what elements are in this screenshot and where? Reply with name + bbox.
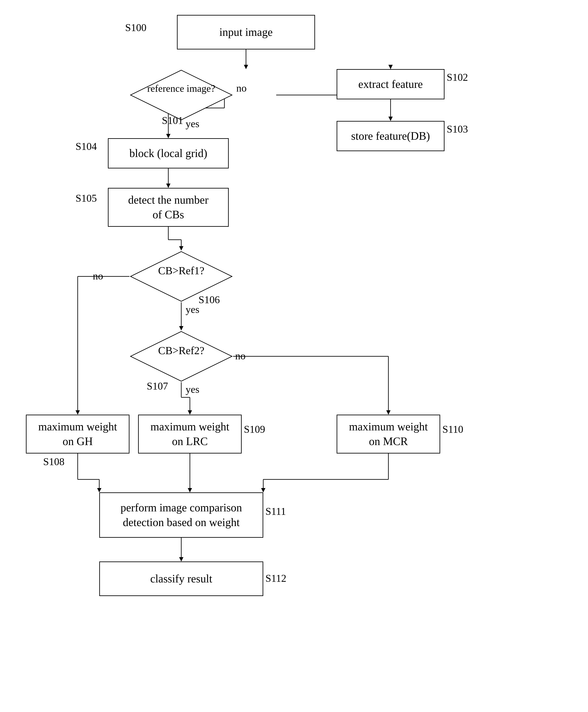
svg-marker-28 <box>386 410 391 415</box>
svg-marker-16 <box>179 246 184 250</box>
svg-marker-34 <box>188 488 192 492</box>
node-input-image: input image <box>177 15 315 49</box>
node-extract-feature: extract feature <box>337 69 444 99</box>
step-s107-label: S107 <box>147 380 168 392</box>
label-no-ref-image: no <box>236 82 247 94</box>
svg-marker-5 <box>166 134 170 138</box>
svg-marker-8 <box>388 65 393 69</box>
svg-marker-40 <box>179 557 184 562</box>
node-reference-image: reference image? <box>129 69 233 122</box>
svg-marker-10 <box>388 117 393 121</box>
label-yes-cb-ref1: yes <box>186 303 200 315</box>
svg-text:reference image?: reference image? <box>147 83 215 94</box>
node-detect-cbs: detect the number of CBs <box>108 188 229 227</box>
step-s110-label: S110 <box>442 423 463 435</box>
svg-marker-25 <box>188 410 192 415</box>
svg-marker-1 <box>244 65 248 69</box>
node-max-weight-lrc: maximum weight on LRC <box>138 415 242 453</box>
label-yes-ref-image: yes <box>186 118 200 129</box>
svg-text:CB>Ref1?: CB>Ref1? <box>158 265 204 277</box>
node-max-weight-mcr: maximum weight on MCR <box>337 415 440 453</box>
node-classify-result: classify result <box>99 562 263 596</box>
svg-text:CB>Ref2?: CB>Ref2? <box>158 344 204 357</box>
step-s105-label: S105 <box>76 192 97 204</box>
step-s111-label: S111 <box>266 505 286 517</box>
step-s101-label: S101 <box>162 115 183 126</box>
svg-marker-38 <box>261 488 266 492</box>
step-s106-label: S106 <box>198 294 220 306</box>
svg-marker-32 <box>97 488 101 492</box>
step-s102-label: S102 <box>447 71 468 83</box>
node-perform-comparison: perform image comparison detection based… <box>99 492 263 538</box>
label-yes-cb-ref2: yes <box>186 383 200 395</box>
node-max-weight-gh: maximum weight on GH <box>26 415 129 453</box>
arrows-svg <box>0 0 588 712</box>
step-s109-label: S109 <box>244 423 265 435</box>
node-block-local-grid: block (local grid) <box>108 138 229 168</box>
step-s108-label: S108 <box>43 456 64 468</box>
step-s112-label: S112 <box>266 572 286 584</box>
node-store-feature: store feature(DB) <box>337 121 444 151</box>
step-s100-label: S100 <box>125 22 147 34</box>
svg-marker-19 <box>76 410 80 415</box>
step-s104-label: S104 <box>76 140 97 152</box>
flowchart: S100 input image reference image? S101 y… <box>0 0 588 712</box>
label-no-cb-ref1: no <box>93 270 103 282</box>
svg-marker-12 <box>166 184 170 188</box>
node-cb-ref2: CB>Ref2? <box>129 330 233 383</box>
svg-marker-21 <box>179 326 184 330</box>
svg-marker-41 <box>130 70 232 120</box>
step-s103-label: S103 <box>447 123 468 135</box>
label-no-cb-ref2: no <box>235 350 246 362</box>
